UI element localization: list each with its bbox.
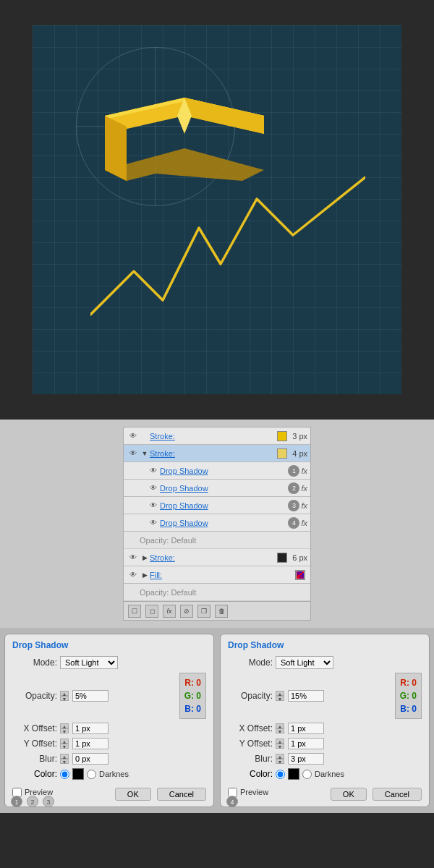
footer-copy-icon[interactable]: ❐ — [197, 605, 210, 618]
layer-label[interactable]: Stroke: — [150, 449, 275, 458]
color-swatch-lightyellow[interactable] — [277, 448, 287, 459]
opacity-label-2: Opacity: Default — [140, 588, 307, 597]
blur-spin-down-right[interactable]: ▼ — [276, 759, 284, 764]
y-offset-spin-down-right[interactable]: ▼ — [276, 744, 284, 749]
arrow-icon[interactable]: ▶ — [140, 571, 150, 579]
color-swatch-black-right[interactable] — [288, 768, 299, 780]
x-offset-input-left[interactable] — [72, 723, 109, 734]
layer-row-drop-shadow-3[interactable]: 👁 Drop Shadow 3 fx — [124, 497, 310, 514]
ok-button-right[interactable]: OK — [331, 788, 367, 801]
cancel-button-right[interactable]: Cancel — [373, 788, 422, 801]
y-offset-spin-down[interactable]: ▼ — [60, 744, 69, 749]
blur-spin-up[interactable]: ▲ — [60, 754, 69, 759]
eye-icon[interactable]: 👁 — [127, 449, 140, 457]
footer-square-icon[interactable]: ☐ — [128, 605, 141, 618]
opacity-spinner-left[interactable]: ▲ ▼ — [60, 691, 69, 701]
color-swatch-yellow[interactable] — [277, 431, 287, 441]
mode-select-right[interactable]: Soft Light — [276, 656, 333, 669]
drop-shadow-label[interactable]: Drop Shadow — [160, 484, 286, 493]
blur-spin-up-right[interactable]: ▲ — [276, 754, 284, 759]
y-offset-spin-up[interactable]: ▲ — [60, 739, 69, 744]
b-value-right: B: 0 — [400, 702, 417, 715]
x-offset-spinner-left[interactable]: ▲ ▼ — [60, 723, 69, 733]
color-swatch-black[interactable] — [277, 553, 287, 563]
eye-icon[interactable]: 👁 — [127, 432, 140, 440]
y-offset-label-left: Y Offset: — [12, 739, 57, 749]
color-radio-right[interactable] — [276, 770, 285, 779]
blur-spinner-left[interactable]: ▲ ▼ — [60, 754, 69, 764]
rgb-box-left: R: 0 G: 0 B: 0 — [179, 673, 206, 719]
opacity-row-left: Opacity: ▲ ▼ R: 0 G: 0 B: 0 — [12, 673, 206, 719]
eye-icon[interactable]: 👁 — [147, 501, 160, 509]
opacity-spinner-right[interactable]: ▲ ▼ — [276, 691, 284, 701]
blur-input-right[interactable] — [288, 753, 324, 765]
y-offset-spin-up-right[interactable]: ▲ — [276, 739, 284, 744]
canvas-inner — [33, 25, 401, 394]
opacity-spin-down[interactable]: ▼ — [60, 696, 69, 701]
x-offset-spin-up[interactable]: ▲ — [60, 723, 69, 728]
eye-icon[interactable]: 👁 — [127, 571, 140, 579]
r-value-right: R: 0 — [400, 676, 417, 689]
opacity-spin-down-right[interactable]: ▼ — [276, 696, 284, 701]
stroke-label[interactable]: Stroke: — [150, 553, 275, 562]
layer-row-fill[interactable]: 👁 ▶ Fill: — [124, 566, 310, 584]
ok-button-left[interactable]: OK — [115, 788, 151, 801]
eye-icon[interactable]: 👁 — [147, 519, 160, 527]
preview-label-right: Preview — [240, 788, 268, 796]
eye-icon[interactable]: 👁 — [147, 467, 160, 475]
layer-row-stroke-4px[interactable]: 👁 ▼ Stroke: 4 px — [124, 445, 310, 462]
dialog-drop-shadow-left: Drop Shadow Mode: Soft Light Opacity: ▲ … — [4, 634, 214, 807]
tab-dot-3[interactable]: 3 — [43, 796, 54, 807]
footer-no-icon[interactable]: ⊘ — [180, 605, 193, 618]
eye-icon[interactable]: 👁 — [147, 484, 160, 492]
drop-shadow-label[interactable]: Drop Shadow — [160, 519, 286, 527]
mode-label-left: Mode: — [12, 658, 57, 668]
layer-row-stroke-3px[interactable]: 👁 Stroke: 3 px — [124, 427, 310, 445]
footer-delete-icon[interactable]: 🗑 — [215, 605, 228, 618]
x-offset-spinner-right[interactable]: ▲ ▼ — [276, 723, 284, 733]
fill-label[interactable]: Fill: — [150, 571, 293, 579]
x-offset-spin-up-right[interactable]: ▲ — [276, 723, 284, 728]
dialog-bottom-row-right: Preview OK Cancel — [228, 783, 422, 801]
dialog-buttons-right: OK Cancel — [331, 788, 422, 801]
arrow-icon[interactable]: ▶ — [140, 554, 150, 561]
opacity-input-left[interactable] — [72, 690, 109, 702]
drop-shadow-label[interactable]: Drop Shadow — [160, 501, 286, 510]
y-offset-input-left[interactable] — [72, 738, 109, 749]
svg-marker-5 — [184, 98, 264, 134]
x-offset-spin-down-right[interactable]: ▼ — [276, 728, 284, 733]
mode-select-left[interactable]: Soft Light — [60, 656, 118, 669]
blur-input-left[interactable] — [72, 753, 109, 765]
drop-shadow-label[interactable]: Drop Shadow — [160, 467, 286, 475]
x-offset-spin-down[interactable]: ▼ — [60, 728, 69, 733]
tab-dot-2[interactable]: 2 — [27, 796, 38, 807]
tab-dot-4[interactable]: 4 — [226, 796, 238, 807]
layer-row-drop-shadow-2[interactable]: 👁 Drop Shadow 2 fx — [124, 480, 310, 497]
x-offset-row-right: X Offset: ▲ ▼ — [228, 723, 422, 734]
opacity-spin-up-right[interactable]: ▲ — [276, 691, 284, 696]
opacity-input-right[interactable] — [288, 690, 324, 702]
footer-square2-icon[interactable]: ◻ — [145, 605, 158, 618]
x-offset-input-right[interactable] — [288, 723, 324, 734]
layer-row-stroke-6px[interactable]: 👁 ▶ Stroke: 6 px — [124, 549, 310, 566]
layer-row-drop-shadow-4[interactable]: 👁 Drop Shadow 4 fx — [124, 514, 310, 532]
darkness-radio-right[interactable] — [302, 770, 312, 779]
dialogs-area: Drop Shadow Mode: Soft Light Opacity: ▲ … — [0, 628, 434, 813]
darkness-radio-left[interactable] — [87, 770, 96, 779]
y-offset-spinner-left[interactable]: ▲ ▼ — [60, 739, 69, 749]
layer-row-drop-shadow-1[interactable]: 👁 Drop Shadow 1 fx — [124, 462, 310, 480]
blur-spin-down[interactable]: ▼ — [60, 759, 69, 764]
y-offset-spinner-right[interactable]: ▲ ▼ — [276, 739, 284, 749]
layer-label[interactable]: Stroke: — [150, 432, 275, 441]
y-offset-input-right[interactable] — [288, 738, 324, 749]
arrow-down-icon[interactable]: ▼ — [140, 450, 150, 457]
blur-spinner-right[interactable]: ▲ ▼ — [276, 754, 284, 764]
color-radio-left[interactable] — [60, 770, 69, 779]
tab-dot-1[interactable]: 1 — [11, 796, 22, 807]
footer-fx-icon[interactable]: fx — [163, 605, 176, 618]
opacity-spin-up[interactable]: ▲ — [60, 691, 69, 696]
fill-swatch-x[interactable] — [295, 570, 305, 580]
eye-icon[interactable]: 👁 — [127, 553, 140, 561]
color-swatch-black-left[interactable] — [72, 768, 84, 780]
cancel-button-left[interactable]: Cancel — [157, 788, 206, 801]
